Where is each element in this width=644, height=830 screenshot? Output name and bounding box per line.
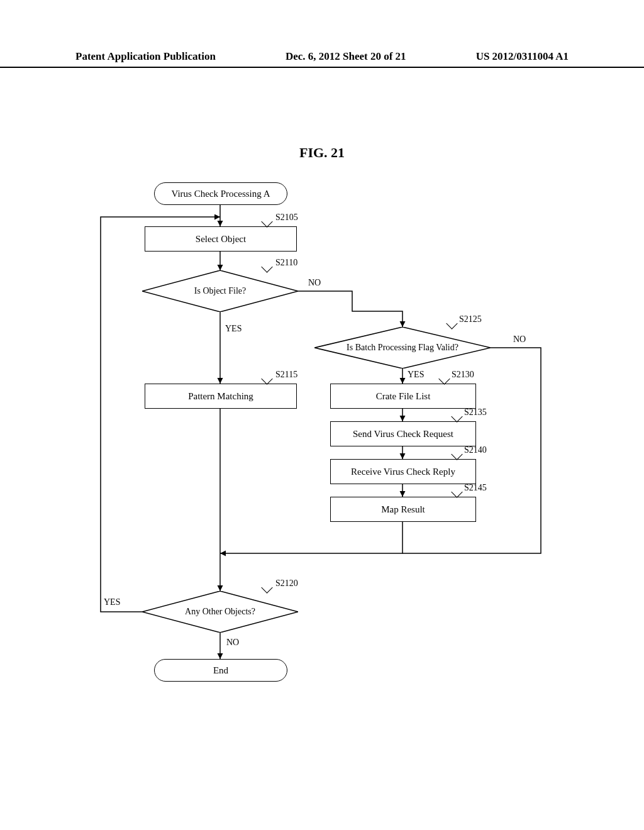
process-send-request-text: Send Virus Check Request <box>353 429 453 440</box>
branch-label-no: NO <box>513 335 526 345</box>
branch-label-no: NO <box>226 638 239 648</box>
terminal-start: Virus Check Processing A <box>154 182 287 205</box>
process-pattern-matching: Pattern Matching <box>145 384 297 409</box>
flowchart-connectors <box>0 182 644 748</box>
step-label-s2120: S2120 <box>275 578 298 589</box>
header-left: Patent Application Publication <box>75 50 216 63</box>
terminal-start-text: Virus Check Processing A <box>171 189 270 199</box>
decision-batch-flag: Is Batch Processing Flag Valid? <box>314 327 491 368</box>
decision-any-other-objects: Any Other Objects? <box>142 591 298 633</box>
process-create-file-list-text: Crate File List <box>376 391 431 402</box>
process-send-virus-check-request: Send Virus Check Request <box>330 421 476 446</box>
process-select-object-text: Select Object <box>196 234 246 245</box>
decision-is-object-file-text: Is Object File? <box>189 286 251 296</box>
decision-any-other-objects-text: Any Other Objects? <box>180 607 260 617</box>
process-receive-virus-check-reply: Receive Virus Check Reply <box>330 459 476 484</box>
step-label-s2135: S2135 <box>464 407 487 418</box>
header-right: US 2012/0311004 A1 <box>476 50 569 63</box>
header-center: Dec. 6, 2012 Sheet 20 of 21 <box>286 50 406 63</box>
step-label-s2130: S2130 <box>452 370 474 380</box>
step-label-s2145: S2145 <box>464 483 487 493</box>
process-select-object: Select Object <box>145 226 297 252</box>
step-label-s2125: S2125 <box>459 314 482 324</box>
step-label-s2105: S2105 <box>275 213 298 223</box>
terminal-end: End <box>154 659 287 682</box>
step-label-s2110: S2110 <box>275 258 297 268</box>
decision-batch-flag-text: Is Batch Processing Flag Valid? <box>341 343 464 353</box>
branch-label-yes: YES <box>104 597 120 607</box>
process-map-result-text: Map Result <box>381 504 425 515</box>
flowchart-canvas: Virus Check Processing A Select Object S… <box>0 182 644 748</box>
process-pattern-matching-text: Pattern Matching <box>188 391 253 402</box>
branch-label-no: NO <box>308 278 321 288</box>
step-label-s2115: S2115 <box>275 370 297 380</box>
process-create-file-list: Crate File List <box>330 384 476 409</box>
page-header: Patent Application Publication Dec. 6, 2… <box>0 50 644 68</box>
decision-is-object-file: Is Object File? <box>142 270 298 312</box>
process-receive-reply-text: Receive Virus Check Reply <box>351 467 455 477</box>
branch-label-yes: YES <box>225 324 242 334</box>
figure-title: FIG. 21 <box>299 145 345 161</box>
terminal-end-text: End <box>213 665 228 676</box>
step-label-s2140: S2140 <box>464 445 487 455</box>
branch-label-yes: YES <box>408 370 424 380</box>
process-map-result: Map Result <box>330 497 476 522</box>
